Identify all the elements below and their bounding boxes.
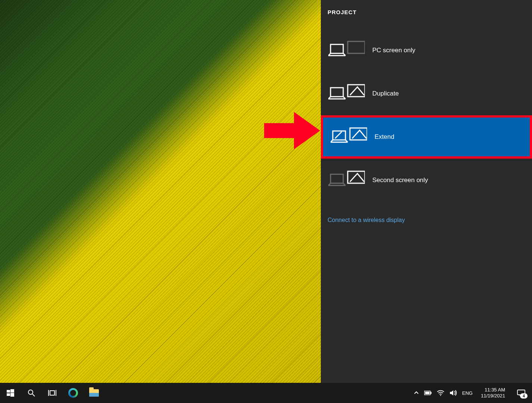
svg-rect-2 xyxy=(348,41,365,53)
connect-wireless-display-link[interactable]: Connect to a wireless display xyxy=(321,217,532,224)
svg-rect-20 xyxy=(425,392,429,394)
file-explorer-icon xyxy=(89,389,99,397)
project-panel: PROJECT PC screen only xyxy=(321,0,532,383)
volume-icon[interactable] xyxy=(450,383,457,403)
svg-rect-1 xyxy=(331,44,343,53)
svg-point-21 xyxy=(440,395,441,396)
language-indicator[interactable]: ENG xyxy=(462,383,473,403)
panel-title: PROJECT xyxy=(321,9,532,29)
svg-rect-10 xyxy=(10,389,14,393)
project-option-label: Extend xyxy=(375,133,394,141)
svg-rect-11 xyxy=(7,393,10,396)
duplicate-icon xyxy=(328,84,365,103)
action-center-button[interactable]: 4 xyxy=(513,383,529,403)
system-tray: ENG 11:35 AM 11/19/2021 4 xyxy=(411,383,532,403)
start-button[interactable] xyxy=(0,383,21,403)
task-view-button[interactable] xyxy=(42,383,63,403)
svg-rect-9 xyxy=(7,390,10,393)
svg-point-13 xyxy=(28,390,33,394)
taskbar-clock[interactable]: 11:35 AM 11/19/2021 xyxy=(478,387,508,399)
project-option-second-only[interactable]: Second screen only xyxy=(321,159,532,202)
pc-only-icon xyxy=(328,41,365,60)
project-option-label: PC screen only xyxy=(372,47,415,54)
desktop-wallpaper[interactable] xyxy=(0,0,321,383)
battery-icon[interactable] xyxy=(424,383,432,403)
taskbar-app-file-explorer[interactable] xyxy=(84,383,104,403)
project-option-label: Second screen only xyxy=(372,176,428,184)
project-option-label: Duplicate xyxy=(372,90,399,97)
svg-line-14 xyxy=(32,394,35,396)
second-only-icon xyxy=(328,171,365,190)
project-option-extend[interactable]: Extend xyxy=(321,115,532,159)
extend-icon xyxy=(331,127,367,147)
clock-date: 11/19/2021 xyxy=(481,393,505,399)
edge-icon xyxy=(68,388,78,398)
svg-rect-3 xyxy=(331,88,343,97)
project-option-pc-only[interactable]: PC screen only xyxy=(321,29,532,72)
tray-overflow-button[interactable] xyxy=(414,383,419,403)
svg-rect-19 xyxy=(431,392,432,394)
svg-marker-22 xyxy=(450,390,453,396)
svg-rect-12 xyxy=(10,393,14,397)
taskbar: ENG 11:35 AM 11/19/2021 4 xyxy=(0,383,532,403)
taskbar-app-edge[interactable] xyxy=(63,383,84,403)
clock-time: 11:35 AM xyxy=(485,387,505,393)
svg-rect-16 xyxy=(50,391,54,395)
project-option-duplicate[interactable]: Duplicate xyxy=(321,72,532,115)
svg-rect-5 xyxy=(333,131,345,140)
search-button[interactable] xyxy=(21,383,42,403)
action-center-badge: 4 xyxy=(520,393,528,399)
svg-rect-7 xyxy=(331,174,343,183)
wifi-icon[interactable] xyxy=(437,383,444,403)
